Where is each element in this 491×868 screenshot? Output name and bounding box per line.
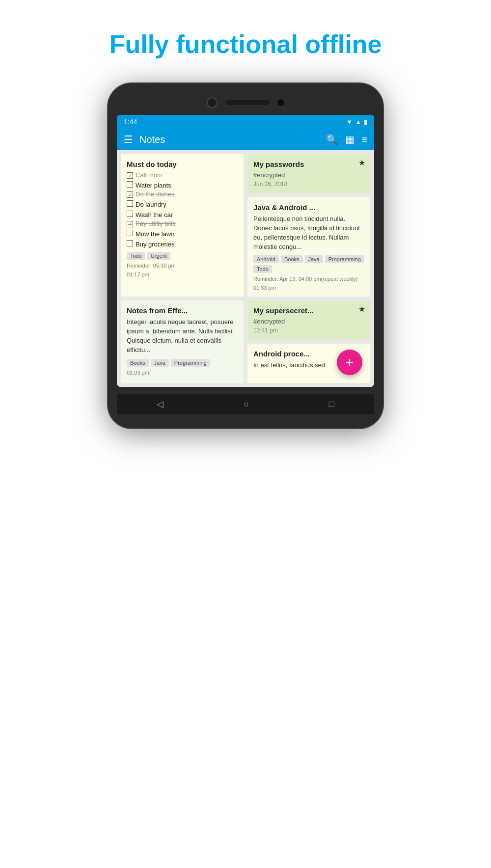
- home-button[interactable]: ○: [244, 399, 249, 409]
- recents-button[interactable]: □: [329, 399, 334, 409]
- checkbox-wash-car[interactable]: [127, 211, 133, 217]
- note-must-do-today[interactable]: Must do today ✓ Call mom Water plants ✓ …: [121, 154, 244, 297]
- note-title: Notes from Effe...: [127, 306, 238, 315]
- tag-books[interactable]: Books: [127, 359, 149, 367]
- checkbox-mow-lawn[interactable]: [127, 230, 133, 236]
- tags-row: Books Java Programming: [127, 359, 238, 367]
- bottom-nav: ◁ ○ □: [117, 394, 374, 414]
- note-title: My supersecret...: [253, 306, 364, 315]
- tag-books[interactable]: Books: [281, 255, 303, 263]
- note-time: 01:03 pm: [127, 370, 238, 376]
- tag-todo[interactable]: Todo: [127, 252, 145, 260]
- notes-grid: Must do today ✓ Call mom Water plants ✓ …: [117, 150, 374, 387]
- note-body: Pellentesque non tincidunt nulla. Donec …: [253, 215, 364, 251]
- status-icons: ▼ ▲ ▮: [346, 118, 367, 126]
- checklist-item-buy-groceries[interactable]: Buy groceries: [127, 239, 238, 248]
- checkbox-do-laundry[interactable]: [127, 200, 133, 207]
- phone-screen: 1:44 ▼ ▲ ▮ ☰ Notes 🔍 ▦ ≡ Must do today: [117, 115, 374, 387]
- checkbox-do-dishes[interactable]: ✓: [127, 191, 133, 198]
- tag-android[interactable]: Android: [253, 255, 279, 263]
- note-my-supersecret[interactable]: ★ My supersecret... #encrypted 12:41 pm: [247, 300, 370, 340]
- star-icon[interactable]: ★: [358, 304, 365, 314]
- speaker: [225, 100, 270, 105]
- grid-view-icon[interactable]: ▦: [345, 134, 355, 145]
- back-button[interactable]: ◁: [157, 399, 164, 409]
- phone-shell: 1:44 ▼ ▲ ▮ ☰ Notes 🔍 ▦ ≡ Must do today: [108, 83, 383, 428]
- note-java-android[interactable]: Java & Android ... Pellentesque non tinc…: [247, 197, 370, 297]
- star-icon[interactable]: ★: [358, 158, 365, 167]
- app-bar: ☰ Notes 🔍 ▦ ≡: [117, 129, 374, 150]
- tag-urgent[interactable]: Urgent: [147, 252, 170, 260]
- sort-icon[interactable]: ≡: [361, 134, 367, 145]
- note-reminder: Reminder: 05:30 pm: [127, 263, 238, 269]
- checklist-item-water-plants[interactable]: Water plants: [127, 180, 238, 189]
- note-body: Integer iaculis neque laoreet, posuere i…: [127, 318, 238, 354]
- battery-icon: ▮: [364, 118, 367, 126]
- checklist-item-do-dishes[interactable]: ✓ Do the dishes: [127, 190, 238, 198]
- front-camera: [207, 97, 218, 108]
- front-sensor: [277, 99, 284, 106]
- menu-icon[interactable]: ☰: [124, 134, 133, 145]
- checkbox-call-mom[interactable]: ✓: [127, 172, 133, 179]
- checklist-item-call-mom[interactable]: ✓ Call mom: [127, 171, 238, 179]
- fab-add-button[interactable]: +: [337, 350, 362, 375]
- tag-programming[interactable]: Programming: [325, 255, 364, 263]
- tags-row: Android Books Java Programming Todo: [253, 255, 364, 273]
- status-time: 1:44: [124, 118, 137, 126]
- wifi-icon: ▼: [346, 118, 353, 126]
- checklist-item-wash-car[interactable]: Wash the car: [127, 210, 238, 218]
- tag-programming[interactable]: Programming: [171, 359, 210, 367]
- note-reminder: Reminder: Apr 19, 04:00 pm(repeat weekly…: [253, 276, 364, 282]
- note-time: 01:33 pm: [253, 285, 364, 291]
- tags-row: Todo Urgent: [127, 252, 238, 260]
- checkbox-water-plants[interactable]: [127, 181, 133, 188]
- note-date: 12:41 pm: [253, 327, 364, 334]
- notes-scroll-area: Must do today ✓ Call mom Water plants ✓ …: [117, 150, 374, 387]
- checkbox-pay-bills[interactable]: ✓: [127, 221, 133, 227]
- checklist-item-do-laundry[interactable]: Do laundry: [127, 199, 238, 208]
- note-subtitle: #encrypted: [253, 318, 364, 325]
- checkbox-buy-groceries[interactable]: [127, 240, 133, 246]
- page-title: Fully functional offline: [95, 29, 397, 59]
- search-icon[interactable]: 🔍: [326, 134, 338, 145]
- signal-icon: ▲: [355, 118, 361, 126]
- note-title: My passwords: [253, 160, 364, 168]
- checklist-item-pay-bills[interactable]: ✓ Pay utility bills: [127, 220, 238, 227]
- tag-java[interactable]: Java: [305, 255, 323, 263]
- status-bar: 1:44 ▼ ▲ ▮: [117, 115, 374, 129]
- note-notes-from-effe[interactable]: Notes from Effe... Integer iaculis neque…: [121, 300, 244, 383]
- note-title: Must do today: [127, 160, 238, 168]
- note-subtitle: #encrypted: [253, 171, 364, 179]
- phone-top: [117, 97, 374, 108]
- note-date: Jun 26, 2018: [253, 181, 364, 188]
- note-title: Java & Android ...: [253, 203, 364, 212]
- tag-todo[interactable]: Todo: [253, 265, 272, 273]
- tag-java[interactable]: Java: [151, 359, 169, 367]
- checklist-item-mow-lawn[interactable]: Mow the lawn: [127, 229, 238, 238]
- app-title: Notes: [139, 134, 319, 145]
- note-my-passwords[interactable]: ★ My passwords #encrypted Jun 26, 2018: [247, 154, 370, 193]
- note-time: 01:17 pm: [127, 271, 238, 277]
